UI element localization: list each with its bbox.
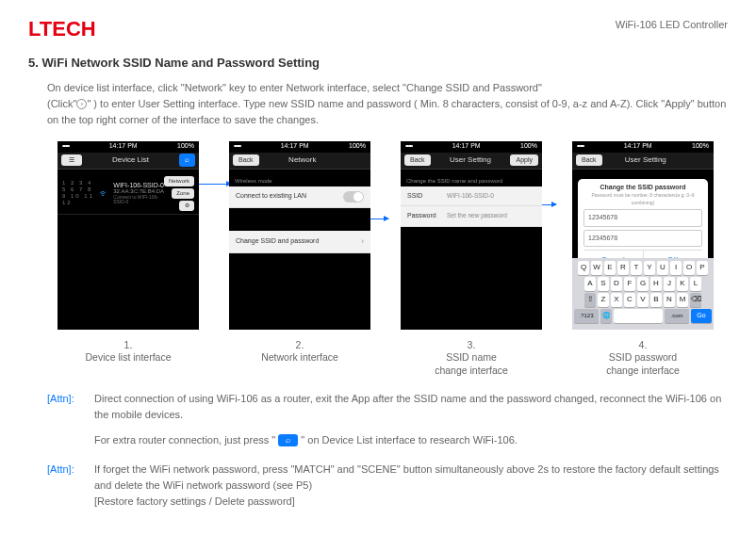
caption-text-b: change interface: [435, 365, 508, 376]
attn-text-1: Direct connection of using WiFi-106 as a…: [94, 391, 728, 423]
nav-title: Network: [288, 154, 316, 166]
attn-text-2: For extra router connection, just press …: [94, 432, 728, 448]
back-button[interactable]: Back: [404, 154, 431, 167]
key-e[interactable]: E: [604, 261, 616, 275]
intro-text: On device list interface, click "Network…: [47, 80, 728, 128]
nav-title: Device List: [112, 154, 149, 166]
key-j[interactable]: J: [664, 277, 675, 291]
key-p[interactable]: P: [697, 261, 708, 275]
status-battery: 100%: [692, 141, 709, 152]
device-name: WIFI-106-SSID-0: [113, 182, 164, 189]
wifi-icon: ᯤ: [99, 186, 109, 202]
device-status: Connect to WIFI-106-SSID-0: [113, 195, 164, 205]
gear-icon[interactable]: ⚙: [179, 201, 194, 211]
key-f[interactable]: F: [624, 277, 635, 291]
ssid-field[interactable]: SSID WIFI-106-SSID-0: [401, 186, 542, 207]
key-n[interactable]: N: [664, 293, 675, 307]
password-dialog: Change the SSID password Password must b…: [578, 179, 708, 270]
caption-num: 1.: [124, 339, 133, 350]
key-v[interactable]: V: [637, 293, 649, 307]
section-label: Change the SSID name and password: [401, 173, 542, 186]
key-t[interactable]: T: [631, 261, 642, 275]
key-numbers[interactable]: .?123: [574, 309, 599, 323]
password-input-2[interactable]: 12345678: [583, 230, 702, 248]
key-i[interactable]: I: [670, 261, 682, 275]
screenshot-user-setting: ••••• 14:17 PM 100% Back User Setting Ap…: [401, 141, 542, 330]
key-r[interactable]: R: [617, 261, 629, 275]
key-d[interactable]: D: [611, 277, 622, 291]
key-u[interactable]: U: [657, 261, 668, 275]
key-globe[interactable]: 🌐: [600, 309, 612, 323]
key-g[interactable]: G: [637, 277, 649, 291]
search-icon: ⌕: [278, 434, 298, 446]
key-go[interactable]: Go: [691, 309, 712, 323]
caption-num: 2.: [296, 339, 304, 350]
nav-title: User Setting: [450, 154, 491, 166]
caption-text-a: SSID password: [609, 351, 677, 363]
dialog-subtitle: Password must be number, 8 characters(e.…: [583, 192, 702, 206]
key-com[interactable]: .com: [665, 309, 689, 323]
signal-icon: •••••: [405, 141, 412, 152]
chevron-right-icon: ›: [361, 235, 364, 249]
network-button[interactable]: Network: [164, 176, 194, 186]
signal-icon: •••••: [234, 141, 240, 152]
status-battery: 100%: [349, 141, 366, 152]
key-w[interactable]: W: [591, 261, 602, 275]
device-row[interactable]: 1 2 3 4 5 6 7 8 9 10 11 12 ᯤ WIFI-106-SS…: [58, 173, 199, 215]
caption-text-b: change interface: [606, 365, 680, 376]
search-button[interactable]: ⌕: [179, 154, 195, 167]
signal-icon: •••••: [62, 141, 69, 152]
key-b[interactable]: B: [650, 293, 662, 307]
key-y[interactable]: Y: [644, 261, 655, 275]
apply-button[interactable]: Apply: [510, 154, 538, 167]
back-button[interactable]: Back: [576, 154, 602, 167]
attn-label: [Attn]:: [47, 462, 85, 510]
product-name: WiFi-106 LED Controller: [616, 17, 728, 33]
screenshot-network: ••••• 14:17 PM 100% Back Network Wireles…: [229, 141, 370, 330]
attn-text-3: If forget the WiFi network password, pre…: [94, 462, 728, 494]
section-label: Wireless mode: [229, 173, 370, 186]
attn-label: [Attn]:: [47, 391, 85, 458]
key-delete[interactable]: ⌫: [690, 293, 701, 307]
caption-num: 4.: [639, 339, 648, 350]
back-button[interactable]: Back: [233, 154, 259, 167]
zone-numbers: 1 2 3 4 5 6 7 8 9 10 11 12: [62, 180, 95, 207]
key-a[interactable]: A: [584, 277, 596, 291]
zone-button[interactable]: Zone: [172, 188, 194, 199]
chevron-circle-icon: ›: [76, 99, 87, 109]
screenshot-device-list: ••••• 14:17 PM 100% ☰ Device List ⌕ 1 2 …: [58, 141, 199, 330]
status-time: 14:17 PM: [281, 141, 309, 152]
section-title: 5. WiFi Network SSID Name and Password S…: [28, 54, 728, 73]
key-k[interactable]: K: [677, 277, 688, 291]
key-q[interactable]: Q: [578, 261, 589, 275]
toggle-switch[interactable]: [343, 191, 364, 203]
back-button[interactable]: ☰: [61, 154, 82, 167]
caption-text: Network interface: [261, 351, 338, 363]
caption-text-a: SSID name: [446, 351, 497, 363]
key-shift[interactable]: ⇧: [584, 293, 596, 307]
change-ssid-row[interactable]: Change SSID and password ›: [229, 231, 370, 254]
status-battery: 100%: [520, 141, 537, 152]
connect-lan-row[interactable]: Connect to existing LAN: [229, 186, 370, 208]
key-m[interactable]: M: [677, 293, 688, 307]
key-x[interactable]: X: [611, 293, 622, 307]
key-l[interactable]: L: [690, 277, 701, 291]
key-s[interactable]: S: [598, 277, 609, 291]
caption-num: 3.: [468, 339, 476, 350]
password-input-1[interactable]: 12345678: [583, 209, 702, 227]
key-h[interactable]: H: [650, 277, 662, 291]
key-z[interactable]: Z: [598, 293, 609, 307]
dialog-title: Change the SSID password: [583, 183, 702, 193]
brand-logo: LTECH: [28, 13, 96, 44]
screenshot-password-dialog: ••••• 14:17 PM 100% Back User Setting Ch…: [572, 141, 714, 330]
status-time: 14:17 PM: [109, 141, 138, 152]
caption-text: Device list interface: [85, 351, 171, 363]
signal-icon: •••••: [577, 141, 583, 152]
key-o[interactable]: O: [683, 261, 695, 275]
key-space[interactable]: [614, 309, 663, 323]
password-field[interactable]: Password Set the new password: [401, 206, 542, 227]
status-battery: 100%: [177, 141, 194, 152]
key-c[interactable]: C: [624, 293, 635, 307]
keyboard[interactable]: QWERTYUIOP ASDFGHJKL ⇧ZXCVBNM⌫ .?123 🌐 .…: [572, 258, 714, 330]
status-time: 14:17 PM: [452, 141, 481, 152]
